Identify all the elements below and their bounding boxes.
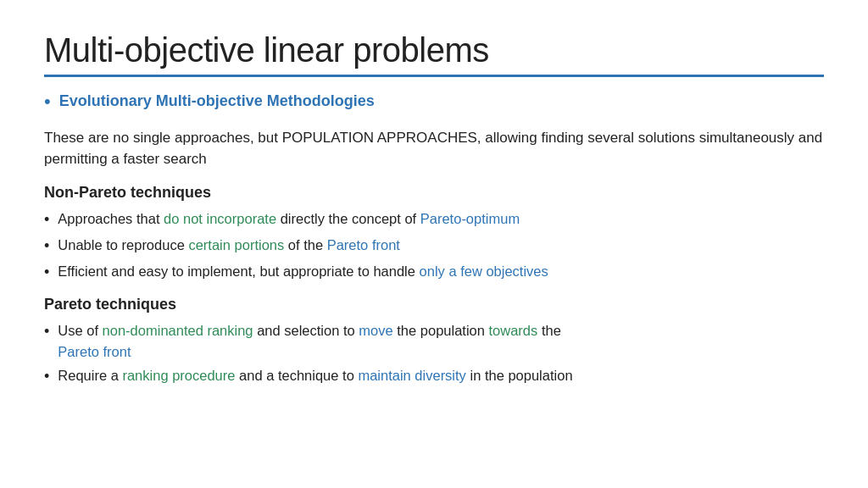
intro-paragraph: These are no single approaches, but POPU… xyxy=(44,127,824,170)
pareto-heading: Pareto techniques xyxy=(44,296,824,313)
highlight-text: do not incorporate xyxy=(164,211,276,226)
bullet-dot: • xyxy=(44,320,49,343)
highlight-text: move xyxy=(359,323,392,338)
list-item: • Efficient and easy to implement, but a… xyxy=(44,261,824,284)
highlight-text: maintain diversity xyxy=(358,368,465,383)
list-item: • Use of non-dominanted ranking and sele… xyxy=(44,320,824,363)
bullet-text: Efficient and easy to implement, but app… xyxy=(58,261,824,282)
bullet-dot: • xyxy=(44,208,49,231)
bullet-text: Use of non-dominanted ranking and select… xyxy=(58,320,824,363)
highlight-text: certain portions xyxy=(188,237,284,252)
list-item: • Unable to reproduce certain portions o… xyxy=(44,235,824,258)
highlight-text: ranking procedure xyxy=(122,368,235,383)
pareto-list: • Use of non-dominanted ranking and sele… xyxy=(44,320,824,389)
slide-title: Multi-objective linear problems xyxy=(44,30,824,69)
bullet-dot: • xyxy=(44,365,49,388)
highlight-text: Pareto front xyxy=(58,344,131,359)
top-bullet-item: • Evolutionary Multi-objective Methodolo… xyxy=(44,91,824,115)
highlight-text: Pareto-optimum xyxy=(420,211,520,226)
bullet-dot: • xyxy=(44,261,49,284)
slide: Multi-objective linear problems • Evolut… xyxy=(0,0,868,488)
title-section: Multi-objective linear problems xyxy=(44,30,824,77)
bullet-text: Approaches that do not incorporate direc… xyxy=(58,208,824,230)
bullet-text: Unable to reproduce certain portions of … xyxy=(58,235,824,256)
bullet-dot: • xyxy=(44,235,49,258)
non-pareto-heading: Non-Pareto techniques xyxy=(44,184,824,202)
highlight-text: towards xyxy=(489,323,538,338)
bullet-text: Require a ranking procedure and a techni… xyxy=(58,365,824,386)
highlight-text: non-dominanted ranking xyxy=(103,323,253,338)
list-item: • Require a ranking procedure and a tech… xyxy=(44,365,824,388)
list-item: • Approaches that do not incorporate dir… xyxy=(44,208,824,231)
non-pareto-list: • Approaches that do not incorporate dir… xyxy=(44,208,824,284)
highlight-few-objectives: only a few objectives xyxy=(420,263,548,279)
top-bullet-label: Evolutionary Multi-objective Methodologi… xyxy=(59,91,375,112)
title-underline xyxy=(44,75,824,77)
top-bullet-dot: • xyxy=(44,89,51,115)
highlight-text: Pareto front xyxy=(327,237,400,252)
